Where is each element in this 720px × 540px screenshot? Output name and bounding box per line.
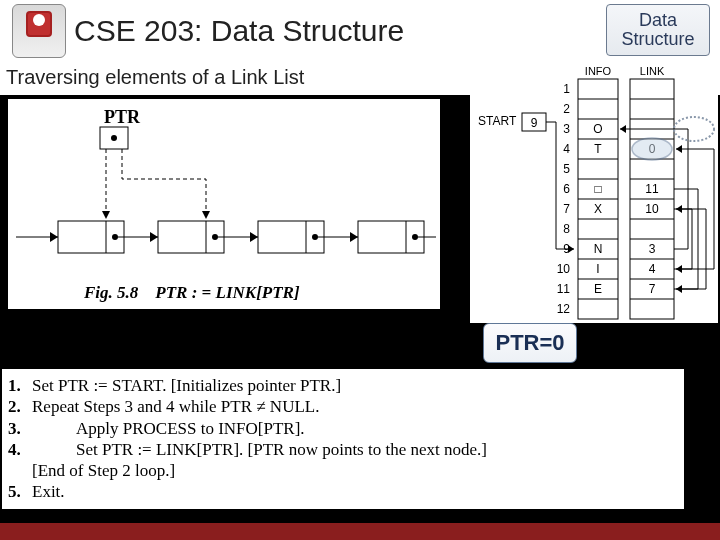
svg-point-31 [111,135,117,141]
row-num: 12 [557,302,571,316]
info-cell: E [594,282,602,296]
info-cell: T [594,142,602,156]
alg-step: 3.Apply PROCESS to INFO[PTR]. [8,418,676,439]
link-cell: 10 [645,202,659,216]
alg-step: 4.Set PTR := LINK[PTR]. [PTR now points … [8,439,676,460]
row-num: 5 [563,162,570,176]
alg-step: 5.Exit. [8,481,676,502]
row-num: 8 [563,222,570,236]
row-num: 3 [563,122,570,136]
link-cell: 4 [649,262,656,276]
current-link-highlight-icon [632,138,672,160]
col-header-link: LINK [640,65,665,77]
svg-point-38 [112,234,118,240]
alg-step: 2.Repeat Steps 3 and 4 while PTR ≠ NULL. [8,396,676,417]
node-1 [58,221,158,253]
row-num: 10 [557,262,571,276]
table-grid [578,79,674,319]
info-cell: O [593,122,602,136]
info-cell: N [594,242,603,256]
svg-point-53 [412,234,418,240]
svg-marker-33 [202,211,210,219]
link-cell: 11 [645,182,659,196]
footer-bar [0,523,720,539]
svg-marker-50 [350,232,358,242]
linked-list-figure: PTR [8,99,440,309]
figure-caption: Fig. 5.8 PTR : = LINK[PTR] [84,283,300,303]
svg-marker-35 [50,232,58,242]
row-num: 1 [563,82,570,96]
figure-number: Fig. 5.8 [84,283,138,302]
figure-equation: PTR : = LINK[PTR] [155,283,299,302]
algorithm-steps: 1.Set PTR := START. [Initializes pointer… [2,369,684,509]
info-cell: □ [594,182,601,196]
svg-point-48 [312,234,318,240]
university-logo-icon [12,4,66,58]
svg-marker-24 [568,245,574,253]
col-header-info: INFO [585,65,612,77]
start-label: START [478,114,517,128]
info-cell: X [594,202,602,216]
row-num: 7 [563,202,570,216]
node-3 [258,221,358,253]
node-2 [158,221,258,253]
node-4 [358,221,436,253]
row-num: 4 [563,142,570,156]
svg-point-43 [212,234,218,240]
topic-badge: Data Structure [606,4,710,56]
row-num: 11 [557,282,571,296]
ptr-value-pill: PTR=0 [483,323,577,363]
link-cell: 3 [649,242,656,256]
row-num: 2 [563,102,570,116]
link-cell: 7 [649,282,656,296]
ptr-label: PTR [104,107,140,128]
start-value: 9 [531,116,538,130]
array-table-diagram: INFO LINK [470,61,718,323]
alg-step-end: [End of Step 2 loop.] [8,460,676,481]
svg-marker-29 [676,145,682,153]
content-area: INFO LINK [0,95,720,523]
svg-marker-45 [250,232,258,242]
row-num: 6 [563,182,570,196]
svg-marker-40 [150,232,158,242]
header-bar: CSE 203: Data Structure Data Structure [0,0,720,62]
slide-title: CSE 203: Data Structure [74,14,404,48]
svg-marker-32 [102,211,110,219]
svg-marker-25 [620,125,626,133]
info-cell: I [596,262,599,276]
alg-step: 1.Set PTR := START. [Initializes pointer… [8,375,676,396]
